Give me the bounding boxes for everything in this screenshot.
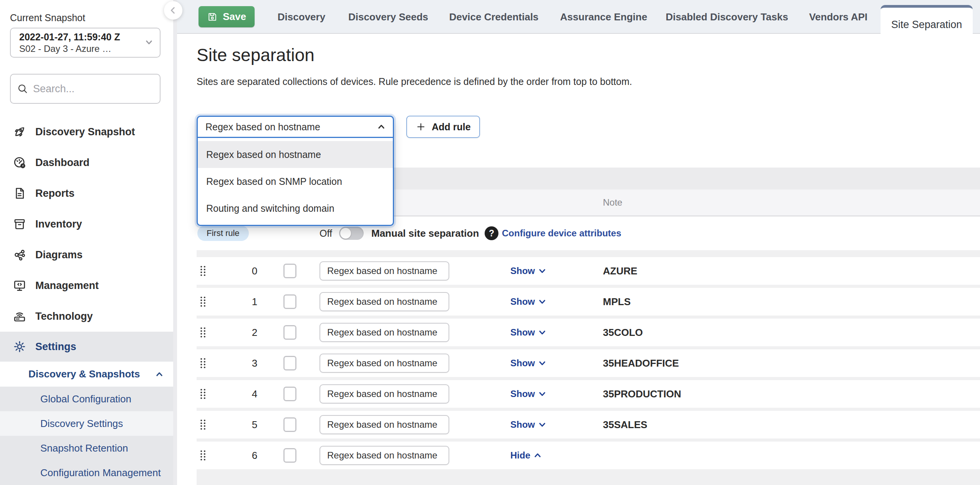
sidebar-item-settings[interactable]: Settings: [0, 332, 173, 362]
sidebar-subitem-discovery-settings[interactable]: Discovery Settings: [0, 411, 173, 436]
chevron-down-icon: [538, 359, 546, 367]
rule-type-dropdown-trigger[interactable]: Regex based on hostname: [198, 117, 393, 138]
note-value: MPLS: [603, 288, 631, 316]
row-checkbox[interactable]: [283, 417, 296, 432]
table-row: 5Regex based on hostnameShow35SALES: [197, 411, 980, 438]
sidebar-item-label: Discovery Snapshot: [35, 126, 135, 138]
gear-icon: [12, 339, 27, 354]
drag-handle-icon[interactable]: [200, 450, 206, 461]
sidebar-item-diagrams[interactable]: Diagrams: [0, 239, 173, 270]
table-row: 3Regex based on hostnameShow35HEADOFFICE: [197, 349, 980, 377]
toggle-details-link[interactable]: Show: [510, 319, 546, 346]
add-rule-label: Add rule: [432, 121, 470, 133]
sidebar-item-management[interactable]: Management: [0, 270, 173, 301]
chevron-down-icon: [145, 38, 153, 46]
drag-handle-icon[interactable]: [200, 419, 206, 430]
dropdown-option[interactable]: Regex based on hostname: [198, 141, 393, 168]
row-rule-type-select[interactable]: Regex based on hostname: [319, 415, 449, 434]
first-rule-badge: First rule: [197, 226, 249, 241]
tab-discovery[interactable]: Discovery: [278, 0, 325, 34]
dropdown-option[interactable]: Routing and switching domain: [198, 195, 393, 222]
add-rule-button[interactable]: Add rule: [406, 116, 480, 138]
sidebar-item-label: Inventory: [35, 218, 82, 230]
row-rule-type-select[interactable]: Regex based on hostname: [319, 261, 449, 281]
table-row: 6Regex based on hostnameHide: [197, 442, 980, 469]
chevron-down-icon: [538, 421, 546, 429]
sidebar-item-label: Diagrams: [35, 249, 83, 261]
report-icon: [12, 186, 27, 201]
toggle-details-label: Show: [510, 296, 535, 307]
drag-handle-icon[interactable]: [200, 265, 206, 277]
row-checkbox[interactable]: [283, 264, 296, 278]
toggle-details-link[interactable]: Hide: [510, 442, 541, 469]
toggle-details-label: Show: [510, 419, 535, 430]
sidebar-item-inventory[interactable]: Inventory: [0, 209, 173, 239]
sidebar-item-label: Management: [35, 280, 99, 292]
help-question-icon[interactable]: ?: [485, 226, 498, 240]
drag-handle-icon[interactable]: [200, 296, 206, 307]
sidebar-group-label: Discovery & Snapshots: [28, 368, 140, 380]
toggle-details-link[interactable]: Show: [510, 288, 546, 316]
sidebar-item-technology[interactable]: Technology: [0, 301, 173, 332]
search-input[interactable]: [33, 83, 154, 95]
save-button[interactable]: Save: [199, 6, 255, 27]
chevron-down-icon: [538, 298, 546, 306]
drag-handle-icon[interactable]: [200, 388, 206, 400]
sidebar-item-dashboard[interactable]: Dashboard: [0, 147, 173, 178]
chevron-down-icon: [538, 390, 546, 398]
sidebar-item-reports[interactable]: Reports: [0, 178, 173, 209]
sidebar-group-discovery-snapshots[interactable]: Discovery & Snapshots: [0, 362, 173, 387]
toggle-details-link[interactable]: Show: [510, 411, 546, 438]
row-checkbox[interactable]: [283, 356, 296, 370]
sidebar-search: [10, 74, 161, 104]
chevron-down-icon: [538, 329, 546, 336]
row-index: 3: [243, 349, 267, 377]
tab-assurance-engine[interactable]: Assurance Engine: [560, 0, 647, 34]
rule-type-dropdown-value: Regex based on hostname: [205, 121, 320, 133]
main-panel: Save DiscoveryDiscovery SeedsDevice Cred…: [177, 0, 980, 485]
manual-separation-toggle[interactable]: [339, 227, 364, 240]
row-rule-type-select[interactable]: Regex based on hostname: [319, 323, 449, 342]
row-checkbox[interactable]: [283, 448, 296, 463]
tab-disabled-discovery-tasks[interactable]: Disabled Discovery Tasks: [666, 0, 788, 34]
row-checkbox[interactable]: [283, 325, 296, 340]
row-index: 0: [243, 257, 267, 285]
row-rule-type-select[interactable]: Regex based on hostname: [319, 384, 449, 404]
row-rule-type-select[interactable]: Regex based on hostname: [319, 446, 449, 465]
row-rule-type-select[interactable]: Regex based on hostname: [319, 354, 449, 373]
sidebar-subitem-configuration-management[interactable]: Configuration Management: [0, 460, 173, 485]
table-row: 0Regex based on hostnameShowAZURE: [197, 257, 980, 285]
drag-handle-icon[interactable]: [200, 327, 206, 338]
row-rule-type-select[interactable]: Regex based on hostname: [319, 292, 449, 311]
tab-device-credentials[interactable]: Device Credentials: [449, 0, 539, 34]
tab-site-separation[interactable]: Site Separation: [881, 5, 973, 42]
table-row: 1Regex based on hostnameShowMPLS: [197, 288, 980, 316]
dropdown-option[interactable]: Regex based on SNMP location: [198, 168, 393, 195]
note-value: 35HEADOFFICE: [603, 349, 679, 377]
snapshot-select[interactable]: 2022-01-27, 11:59:40 Z S02 - Day 3 - Azu…: [10, 28, 161, 58]
gauge-icon: [12, 155, 27, 170]
drag-handle-icon[interactable]: [200, 357, 206, 369]
row-index: 2: [243, 319, 267, 346]
note-value: AZURE: [603, 257, 637, 285]
toggle-details-link[interactable]: Show: [510, 257, 546, 285]
toggle-details-label: Show: [510, 389, 535, 399]
sidebar-subitem-snapshot-retention[interactable]: Snapshot Retention: [0, 436, 173, 460]
tab-discovery-seeds[interactable]: Discovery Seeds: [348, 0, 428, 34]
toggle-details-link[interactable]: Show: [510, 349, 546, 377]
rule-type-dropdown-menu: Regex based on hostnameRegex based on SN…: [198, 138, 393, 225]
row-checkbox[interactable]: [283, 294, 296, 309]
sidebar-item-discovery-snapshot[interactable]: Discovery Snapshot: [0, 116, 173, 147]
save-button-label: Save: [223, 11, 246, 23]
row-checkbox[interactable]: [283, 387, 296, 401]
tab-vendors-api[interactable]: Vendors API: [809, 0, 867, 34]
sidebar-collapse-button[interactable]: [164, 1, 182, 20]
snapshot-date: 2022-01-27, 11:59:40 Z: [19, 32, 140, 43]
toggle-details-link[interactable]: Show: [510, 380, 546, 408]
sidebar-subitem-global-configuration[interactable]: Global Configuration: [0, 387, 173, 411]
configure-device-attributes-link[interactable]: Configure device attributes: [502, 216, 621, 250]
snapshot-name: S02 - Day 3 - Azure …: [19, 43, 140, 54]
sidebar-scrollbar[interactable]: [173, 0, 177, 485]
note-column-header: Note: [603, 189, 622, 216]
table-row: 2Regex based on hostnameShow35COLO: [197, 319, 980, 346]
